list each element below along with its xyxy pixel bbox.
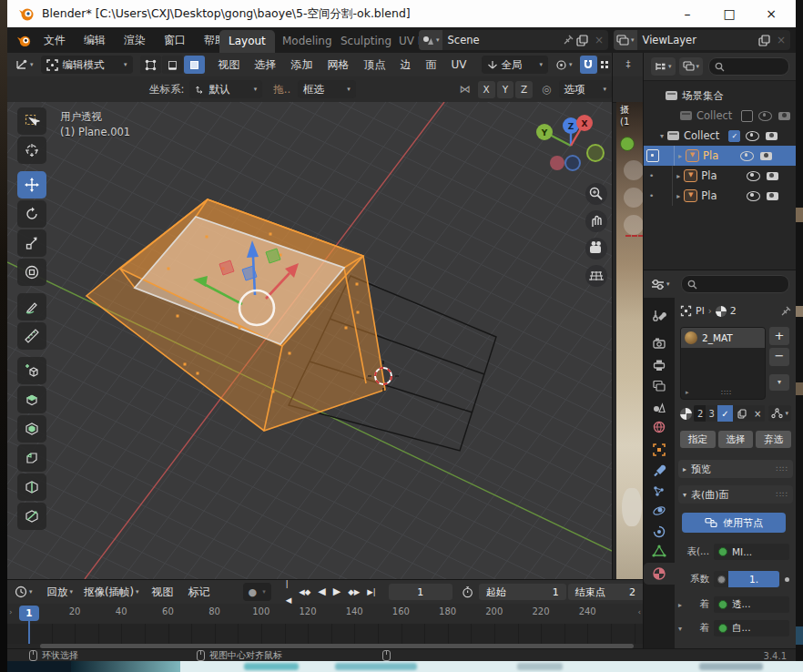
expand-arrow-icon[interactable]: ▸	[675, 152, 686, 160]
eye-icon[interactable]	[747, 171, 760, 181]
playback-menu[interactable]: 回放 ▾	[42, 583, 79, 601]
minimize-button[interactable]: –	[666, 0, 708, 27]
pan-hand-button[interactable]	[585, 210, 607, 232]
menu-mesh[interactable]: 网格	[320, 57, 357, 73]
scene-icon[interactable]: ▾	[419, 30, 442, 50]
outliner-row-object[interactable]: • ▸ ▼ Pla	[644, 166, 796, 186]
copy-datablock-button[interactable]	[733, 405, 750, 422]
tab-material[interactable]	[644, 563, 675, 585]
exclude-checkbox[interactable]	[741, 110, 753, 122]
strip-nav-gizmo-ball[interactable]	[620, 137, 635, 151]
camera-icon[interactable]	[767, 192, 778, 200]
camera-icon[interactable]	[766, 132, 778, 140]
eye-icon[interactable]	[758, 111, 772, 121]
jump-to-end-button[interactable]: ▶|	[363, 584, 379, 600]
display-mode-button[interactable]: ▾	[651, 57, 676, 76]
tab-render[interactable]	[644, 332, 675, 354]
outliner-row-object[interactable]: • ▸ ▼ Pla	[644, 186, 796, 206]
knife-tool[interactable]	[17, 503, 46, 530]
blender-logo-icon[interactable]	[16, 33, 32, 48]
mirror-y-button[interactable]: Y	[497, 81, 514, 98]
mirror-z-button[interactable]: Z	[515, 81, 533, 98]
shader1-dropdown[interactable]: 透...	[714, 596, 789, 613]
transform-dropdown[interactable]: 默认 ▾	[189, 80, 262, 98]
viewlayer-name[interactable]: ViewLayer	[637, 34, 756, 46]
users-count-badge[interactable]: 3	[706, 405, 717, 422]
region-chevron[interactable]: ›	[9, 607, 13, 616]
resize-grip[interactable]: ∷∷	[721, 389, 732, 397]
menu-window[interactable]: 窗口	[158, 27, 191, 53]
pivot-point-button[interactable]: ▾	[552, 59, 576, 71]
expand-arrow-icon[interactable]: ▸	[673, 172, 684, 180]
tab-world[interactable]	[644, 416, 675, 438]
outliner-row-collection[interactable]: ▾ Collect ✓	[644, 126, 796, 146]
remove-slot-button[interactable]: −	[769, 348, 789, 366]
menu-face[interactable]: 面	[419, 57, 444, 73]
panel-grip[interactable]: ∷∷	[777, 464, 788, 473]
3d-viewport[interactable]: Y Z X	[7, 102, 612, 579]
options-dropdown[interactable]: 选项 ▾	[559, 80, 612, 98]
surface-panel-header[interactable]: ▾ 表(曲)面 ∷∷	[678, 485, 793, 504]
cursor-tool[interactable]	[17, 137, 46, 164]
deselect-button[interactable]: 弃选	[756, 431, 791, 448]
tab-scene[interactable]	[644, 396, 675, 418]
eye-icon[interactable]	[746, 131, 759, 141]
exclude-checkbox[interactable]: ✓	[728, 130, 740, 142]
menu-uv[interactable]: UV	[444, 58, 474, 71]
menu-edge[interactable]: 边	[393, 57, 419, 73]
scale-tool[interactable]	[17, 229, 46, 257]
drag-dropdown[interactable]: 框选 ▾	[298, 80, 356, 98]
vertex-select-button[interactable]	[140, 56, 161, 74]
inset-faces-tool[interactable]	[17, 415, 46, 443]
menu-select[interactable]: 选择	[248, 57, 284, 73]
menu-add[interactable]: 添加	[284, 57, 320, 73]
filter-button[interactable]: ▾	[679, 57, 704, 76]
outliner-row-scene-collection[interactable]: 场景集合	[644, 86, 796, 106]
timeline-editor-type-button[interactable]: ▾	[15, 585, 33, 598]
orientation-dropdown[interactable]: 全局 ▾	[482, 56, 549, 74]
maximize-button[interactable]: □	[708, 0, 750, 27]
node-selector-button[interactable]: ▾	[768, 405, 791, 422]
snap-settings-button[interactable]	[598, 56, 611, 74]
viewlayer-selector[interactable]: ▾ ViewLayer ×	[614, 30, 790, 50]
tab-tool[interactable]	[644, 305, 675, 327]
tab-physics[interactable]	[644, 500, 675, 522]
panel-grip[interactable]: ∷∷	[777, 490, 788, 499]
eye-icon[interactable]	[747, 191, 760, 201]
timeline-ruler[interactable]: › 20406080100120140160180200220240 1 ‹	[7, 604, 643, 624]
prev-keyframe-button[interactable]: ◀◆	[295, 584, 314, 600]
new-copy-icon[interactable]	[575, 35, 588, 46]
properties-search-input[interactable]	[681, 275, 789, 293]
fake-user-shield-button[interactable]: ✓	[717, 405, 733, 422]
transform-tool[interactable]	[17, 259, 46, 286]
nav-axis-neg-z[interactable]	[565, 156, 580, 170]
material-breadcrumb-icon[interactable]	[716, 306, 727, 317]
menu-vertex[interactable]: 顶点	[357, 57, 393, 73]
select-button[interactable]: 选择	[718, 431, 754, 448]
viewlayer-icon[interactable]: ▾	[614, 30, 637, 50]
material-slot-list[interactable]: 2_MAT ▸ ∷∷	[680, 327, 766, 400]
rotate-tool[interactable]	[17, 200, 46, 228]
timeline-view-menu[interactable]: 视图	[145, 585, 181, 600]
eye-icon[interactable]	[740, 151, 754, 161]
menu-edit[interactable]: 编辑	[78, 27, 111, 53]
extrude-region-tool[interactable]	[17, 386, 46, 413]
menu-render[interactable]: 渲染	[118, 27, 151, 53]
move-tool[interactable]	[17, 171, 46, 199]
tab-object[interactable]	[644, 439, 675, 461]
expand-arrow-icon[interactable]: ▸	[678, 601, 687, 609]
nav-axis-neg-x[interactable]	[550, 156, 564, 170]
workspace-tab-layout[interactable]: Layout	[219, 30, 275, 53]
zoom-button[interactable]	[585, 183, 607, 205]
collapse-arrow-icon[interactable]: ▾	[678, 625, 687, 633]
properties-editor-type-button[interactable]: ▾	[651, 279, 670, 290]
tab-output[interactable]	[644, 354, 675, 376]
tab-view-layer[interactable]	[644, 375, 675, 397]
playhead-badge[interactable]: 1	[19, 606, 39, 621]
tab-modifiers[interactable]	[644, 460, 675, 482]
tab-object-data[interactable]	[644, 540, 675, 562]
edge-select-button[interactable]	[162, 56, 183, 74]
add-cube-tool[interactable]	[17, 357, 46, 384]
region-chevron[interactable]: ‹	[637, 607, 641, 616]
proportional-edit-icon[interactable]: ◎	[542, 83, 551, 96]
